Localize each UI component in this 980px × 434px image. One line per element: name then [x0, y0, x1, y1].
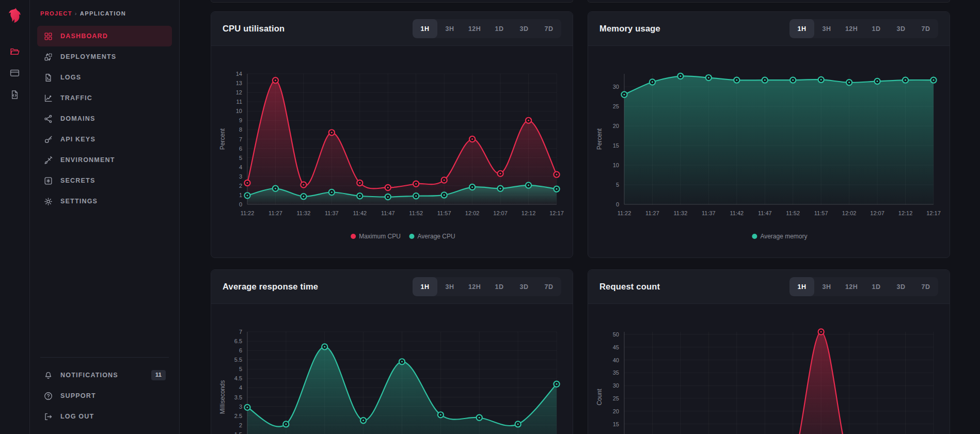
svg-text:40: 40 [613, 357, 619, 363]
sidebar-item-secrets[interactable]: SECRETS [37, 170, 172, 191]
svg-text:13: 13 [236, 80, 242, 86]
svg-text:1.5: 1.5 [234, 431, 242, 434]
request-count-chart: 05101520253035404550Count [588, 304, 950, 434]
environment-icon [43, 155, 53, 165]
sidebar-item-api-keys[interactable]: API KEYS [37, 129, 172, 150]
sidebar-footer: NOTIFICATIONS11SUPPORTLOG OUT [37, 357, 172, 427]
svg-text:10: 10 [613, 162, 619, 168]
logout-icon [43, 412, 53, 422]
breadcrumb-project-link[interactable]: PROJECT [40, 10, 72, 17]
range-button-12h[interactable]: 12H [839, 277, 864, 296]
svg-text:12: 12 [236, 89, 242, 95]
range-button-7d[interactable]: 7D [536, 19, 561, 38]
sidebar-item-log-out[interactable]: LOG OUT [37, 406, 172, 427]
svg-text:11:57: 11:57 [437, 210, 451, 216]
range-button-7d[interactable]: 7D [536, 277, 561, 296]
svg-text:Average CPU: Average CPU [418, 233, 455, 240]
range-button-1d[interactable]: 1D [864, 277, 889, 296]
range-button-12h[interactable]: 12H [839, 19, 864, 38]
svg-text:15: 15 [613, 421, 619, 427]
breadcrumb-application-link[interactable]: APPLICATION [80, 10, 126, 17]
sidebar-item-logs[interactable]: LOGS [37, 67, 172, 88]
memory-usage-plot: 05101520253011:2211:2711:3211:3711:4211:… [588, 46, 950, 258]
range-button-12h[interactable]: 12H [462, 277, 487, 296]
dashboard-content: CPU utilisation1H3H12H1D3D7D012345678910… [180, 0, 980, 434]
card-title: Memory usage [599, 24, 660, 34]
sidebar-item-label: LOGS [60, 74, 81, 81]
rail-folder-open-icon[interactable] [5, 40, 25, 62]
svg-text:9: 9 [239, 117, 242, 123]
previous-card-bottom-edge [588, 0, 950, 3]
range-button-7d[interactable]: 7D [913, 277, 938, 296]
range-button-12h[interactable]: 12H [462, 19, 487, 38]
svg-text:12:17: 12:17 [926, 210, 941, 216]
svg-text:Milliseconds: Milliseconds [219, 380, 226, 414]
icon-rail [0, 0, 30, 434]
range-button-3d[interactable]: 3D [512, 19, 536, 38]
rail-file-code-icon[interactable] [5, 84, 25, 105]
range-button-3h[interactable]: 3H [814, 19, 839, 38]
svg-text:4: 4 [239, 164, 242, 170]
range-button-3h[interactable]: 3H [814, 277, 839, 296]
range-button-1d[interactable]: 1D [487, 277, 512, 296]
svg-text:11:32: 11:32 [674, 210, 688, 216]
svg-text:11:52: 11:52 [786, 210, 800, 216]
svg-text:5: 5 [239, 366, 242, 372]
sidebar-item-environment[interactable]: ENVIRONMENT [37, 150, 172, 170]
folder-open-icon [9, 46, 20, 57]
svg-text:20: 20 [613, 123, 619, 129]
svg-text:8: 8 [239, 126, 242, 133]
range-button-1h[interactable]: 1H [413, 19, 437, 38]
card-cpu-utilisation: CPU utilisation1H3H12H1D3D7D012345678910… [211, 11, 573, 258]
svg-text:7: 7 [239, 136, 242, 142]
rail-credit-card-icon[interactable] [5, 62, 25, 84]
sidebar-item-label: ENVIRONMENT [60, 156, 115, 164]
bell-icon [43, 371, 53, 380]
sidebar-item-label: DEPLOYMENTS [60, 53, 116, 60]
range-button-7d[interactable]: 7D [913, 19, 938, 38]
sidebar-item-support[interactable]: SUPPORT [37, 385, 172, 406]
sidebar-item-settings[interactable]: SETTINGS [37, 191, 172, 212]
sidebar-item-label: SETTINGS [60, 198, 98, 205]
svg-text:Maximum CPU: Maximum CPU [359, 233, 401, 240]
range-button-3d[interactable]: 3D [889, 19, 913, 38]
question-circle-icon [43, 391, 53, 401]
sidebar-item-label: SECRETS [60, 177, 95, 184]
secrets-icon [43, 176, 53, 186]
svg-text:11:57: 11:57 [814, 210, 828, 216]
range-button-1d[interactable]: 1D [487, 19, 512, 38]
svg-text:1: 1 [239, 192, 242, 198]
range-button-1h[interactable]: 1H [413, 277, 437, 296]
range-button-3d[interactable]: 3D [889, 277, 913, 296]
svg-text:2.5: 2.5 [234, 413, 242, 419]
traffic-icon [43, 93, 53, 103]
svg-text:25: 25 [613, 103, 619, 109]
range-button-1h[interactable]: 1H [789, 19, 814, 38]
range-button-3h[interactable]: 3H [437, 19, 462, 38]
notifications-count-badge: 11 [151, 370, 166, 380]
range-button-3h[interactable]: 3H [437, 277, 462, 296]
sidebar-item-label: API KEYS [60, 136, 96, 143]
sidebar-footer-menu: NOTIFICATIONS11SUPPORTLOG OUT [37, 365, 172, 427]
svg-text:6: 6 [239, 347, 242, 353]
svg-text:11:27: 11:27 [645, 210, 659, 216]
chart-card-grid: CPU utilisation1H3H12H1D3D7D012345678910… [211, 11, 980, 434]
range-button-3d[interactable]: 3D [512, 277, 536, 296]
sidebar-item-traffic[interactable]: TRAFFIC [37, 88, 172, 108]
svg-text:50: 50 [613, 331, 619, 337]
card-title: Average response time [223, 282, 318, 292]
svg-text:0: 0 [239, 201, 242, 207]
range-button-1d[interactable]: 1D [864, 19, 889, 38]
sidebar-item-domains[interactable]: DOMAINS [37, 108, 172, 129]
svg-text:3: 3 [239, 404, 242, 410]
average-response-time-plot: 00.511.522.533.544.555.566.57Millisecond… [211, 304, 573, 434]
sidebar-item-notifications[interactable]: NOTIFICATIONS11 [37, 365, 172, 385]
sidebar-menu: DASHBOARDDEPLOYMENTSLOGSTRAFFICDOMAINSAP… [37, 26, 172, 212]
sidebar-item-deployments[interactable]: DEPLOYMENTS [37, 46, 172, 67]
sidebar-item-dashboard[interactable]: DASHBOARD [37, 26, 172, 46]
card-header-average-response-time: Average response time1H3H12H1D3D7D [211, 270, 573, 304]
dashboard-grid-icon [43, 31, 53, 41]
nestjs-logo[interactable] [6, 6, 24, 25]
svg-text:11:47: 11:47 [381, 210, 395, 216]
range-button-1h[interactable]: 1H [789, 277, 814, 296]
